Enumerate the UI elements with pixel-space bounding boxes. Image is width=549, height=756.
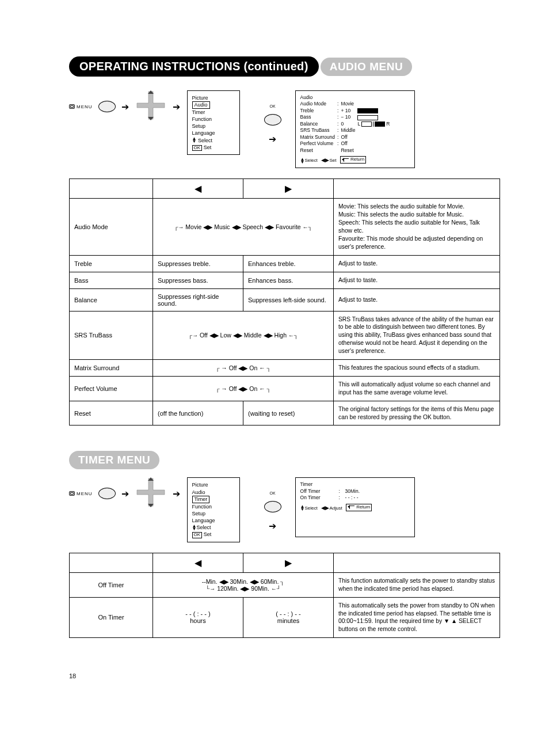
ok-button-label: OK	[270, 491, 276, 495]
table-row: Matrix Surround ┌ → Off ◀▶ On ← ┐ This f…	[70, 359, 500, 376]
section-audio-title: AUDIO MENU	[321, 58, 412, 76]
menu-button-label: MENU	[77, 104, 93, 109]
ok-button[interactable]	[264, 114, 281, 126]
osd-main-menu: Picture Audio Timer Function Setup Langu…	[187, 477, 240, 542]
timer-table: ◀ ▶ Off Timer --Min. ◀▶ 30Min. ◀▶ 60Min.…	[69, 553, 500, 638]
section-timer-title: TIMER MENU	[69, 451, 159, 469]
table-row: Bass Suppresses bass. Enhances bass. Adj…	[70, 272, 500, 288]
table-row: Balance Suppresses right-side sound. Sup…	[70, 288, 500, 311]
page-number: 18	[69, 673, 500, 679]
audio-nav-row: MENU ➔ ➔ Picture Audio Timer Function Se…	[69, 90, 500, 168]
arrow-icon: ➔	[173, 101, 180, 112]
arrow-icon: ➔	[269, 521, 276, 531]
menu-button-label: MENU	[77, 491, 93, 496]
osd-audio-detail: Audio Audio Mode:Movie Treble:+ 10 Bass:…	[295, 90, 415, 168]
left-arrow-header: ◀	[153, 179, 243, 199]
table-row: Off Timer --Min. ◀▶ 30Min. ◀▶ 60Min. ┐ └…	[70, 572, 500, 597]
svg-marker-3	[137, 478, 165, 506]
audio-table: ◀ ▶ Audio Mode ┌→ Movie ◀▶ Music ◀▶ Spee…	[69, 178, 500, 426]
table-row: Perfect Volume ┌ → Off ◀▶ On ← ┐ This wi…	[70, 376, 500, 401]
timer-nav-row: MENU ➔ ➔ Picture Audio Timer Function Se…	[69, 477, 500, 542]
arrow-icon: ➔	[121, 488, 129, 499]
arrow-icon: ➔	[269, 134, 276, 145]
table-row: Treble Suppresses treble. Enhances trebl…	[70, 255, 500, 272]
page-title: OPERATING INSTRUCTIONS (continued)	[69, 56, 319, 77]
arrow-icon: ➔	[121, 101, 129, 112]
osd-main-menu: Picture Audio Timer Function Setup Langu…	[187, 90, 240, 155]
right-arrow-header: ▶	[243, 553, 334, 572]
arrow-icon: ➔	[173, 488, 180, 499]
table-row: Reset (off the function) (waiting to res…	[70, 401, 500, 426]
menu-button[interactable]	[98, 101, 116, 112]
table-row: On Timer - - ( : - - ) hours ( - - : ) -…	[70, 597, 500, 638]
table-row: SRS TruBass ┌→ Off ◀▶ Low ◀▶ Middle ◀▶ H…	[70, 311, 500, 359]
ok-button-label: OK	[270, 104, 276, 108]
loop-marker: ┌→	[174, 224, 185, 230]
left-arrow-header: ◀	[153, 553, 243, 572]
table-row: Audio Mode ┌→ Movie ◀▶ Music ◀▶ Speech ◀…	[70, 199, 500, 255]
nav-cross-icon	[135, 90, 167, 123]
osd-timer-detail: Timer Off Timer:30Min. On Timer:- - : - …	[295, 477, 415, 537]
nav-cross-icon	[135, 477, 167, 510]
ok-button[interactable]	[264, 501, 281, 512]
right-arrow-header: ▶	[243, 179, 334, 199]
svg-marker-0	[137, 92, 165, 119]
menu-button[interactable]	[98, 488, 116, 499]
